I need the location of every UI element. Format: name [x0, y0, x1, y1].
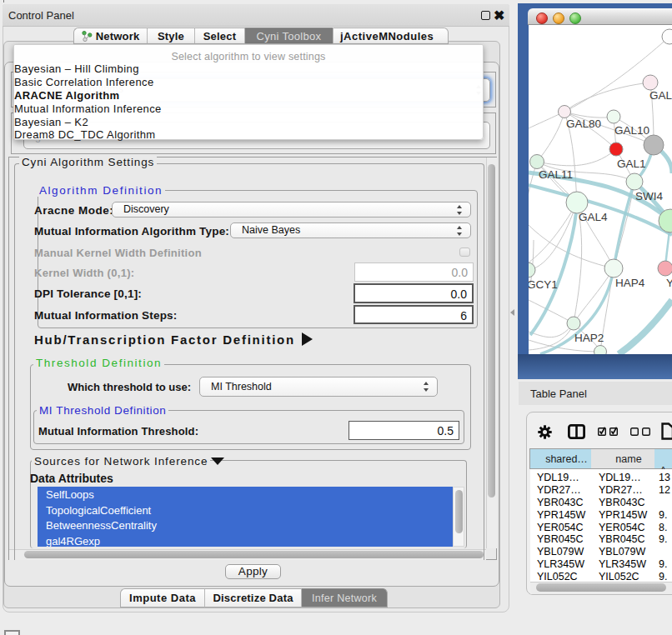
svg-text:HAP4: HAP4 [615, 277, 645, 289]
svg-text:Y: Y [666, 277, 672, 289]
svg-text:GAL11: GAL11 [539, 168, 573, 181]
svg-text:GCY1: GCY1 [529, 278, 558, 291]
svg-text:GAL10: GAL10 [614, 124, 649, 137]
svg-text:HAP2: HAP2 [574, 332, 604, 344]
svg-text:GAL80: GAL80 [566, 118, 601, 130]
svg-text:GAL1: GAL1 [617, 158, 646, 170]
svg-text:SWI4: SWI4 [635, 190, 663, 202]
svg-text:GAL4: GAL4 [579, 211, 608, 223]
svg-text:GAL: GAL [649, 89, 672, 102]
